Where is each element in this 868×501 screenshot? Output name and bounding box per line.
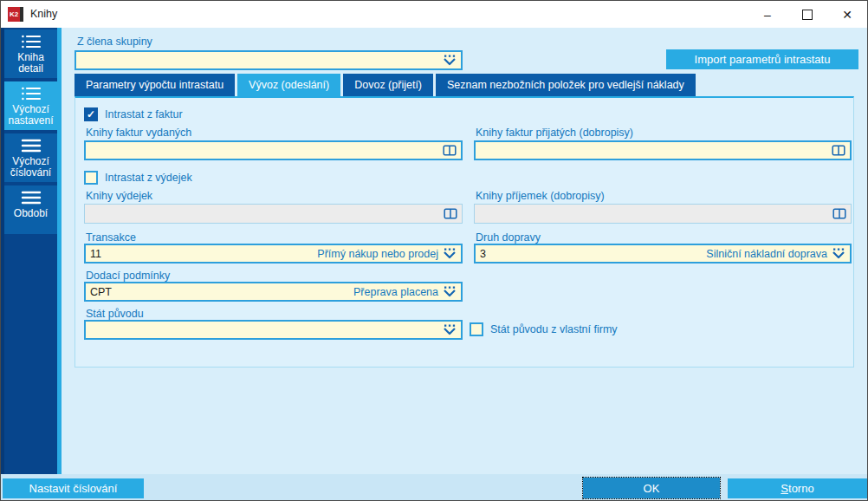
knihy-vydejek-field: [84, 204, 463, 224]
sidebar: Kniha detail Výchozí nastavení: [1, 28, 62, 474]
knihy-vydejek-label: Knihy výdejek: [86, 190, 152, 202]
sidebar-item-obdobi[interactable]: Období: [4, 185, 57, 234]
sidebar-item-vychozi-cislovani[interactable]: Výchozí číslování: [4, 133, 57, 182]
knihy-window: K2 Knihy – ✕ Kniha detail: [0, 0, 868, 501]
combo-dropdown-icon[interactable]: [443, 248, 457, 259]
intrastat-z-faktur-checkbox[interactable]: ✓: [84, 107, 98, 121]
knihy-prijemek-field: [474, 204, 852, 224]
sidebar-item-label: Období: [14, 207, 48, 219]
list-icon: [20, 86, 42, 101]
druh-dopravy-description: Silniční nákladní doprava: [706, 248, 827, 260]
druh-dopravy-label: Druh dopravy: [476, 231, 541, 244]
stat-puvodu-z-vlastni-firmy-label: Stát původu z vlastní firmy: [490, 323, 618, 335]
knihy-faktur-prijatych-field[interactable]: [474, 140, 852, 160]
storno-button[interactable]: Storno: [728, 478, 867, 498]
dodaci-podminky-combo[interactable]: CPT Přeprava placena: [84, 282, 463, 302]
maximize-icon: [802, 10, 813, 20]
tab-parametry-vypoctu-intrastatu[interactable]: Parametry výpočtu intrastatu: [74, 74, 235, 96]
dodaci-podminky-description: Přeprava placena: [353, 286, 438, 298]
list-icon: [20, 34, 42, 49]
storno-rest: torno: [788, 482, 814, 495]
combo-dropdown-icon[interactable]: [443, 55, 457, 66]
ok-button[interactable]: OK: [583, 478, 720, 498]
window-controls: – ✕: [748, 1, 867, 28]
transakce-description: Přímý nákup nebo prodej: [317, 248, 438, 260]
intrastat-z-vydejek-label: Intrastat z výdejek: [105, 172, 192, 184]
tab-bar: Parametry výpočtu intrastatu Vývoz (odes…: [74, 74, 696, 96]
tab-vyvoz-odeslani[interactable]: Vývoz (odeslání): [237, 74, 340, 96]
knihy-faktur-vydanych-field[interactable]: [84, 140, 463, 160]
group-field-label: Z člena skupiny: [77, 36, 152, 48]
tab-seznam-nezboznich-polozek[interactable]: Seznam nezbožních položek pro vedlejší n…: [436, 74, 696, 96]
combo-dropdown-icon[interactable]: [443, 324, 457, 335]
sidebar-item-label: Kniha detail: [17, 51, 44, 75]
maximize-button[interactable]: [787, 1, 827, 28]
sidebar-item-label: Výchozí nastavení: [8, 103, 53, 127]
footer-bar: Nastavit číslování OK Storno: [1, 474, 868, 501]
import-parametru-intrastatu-button[interactable]: Import parametrů intrastatu: [666, 49, 858, 69]
menu-icon: [20, 190, 42, 205]
window-title: Knihy: [30, 8, 57, 20]
druh-dopravy-combo[interactable]: 3 Silniční nákladní doprava: [474, 244, 852, 264]
storno-accelerator: S: [781, 482, 788, 495]
dodaci-podminky-code: CPT: [90, 286, 353, 298]
book-lookup-icon: [444, 208, 457, 219]
stat-puvodu-z-vlastni-firmy-checkbox[interactable]: [470, 322, 483, 336]
transakce-label: Transakce: [86, 231, 136, 244]
tab-dovoz-prijeti[interactable]: Dovoz (přijetí): [343, 74, 433, 96]
book-lookup-icon[interactable]: [832, 145, 845, 156]
nastavit-cislovani-button[interactable]: Nastavit číslování: [3, 478, 144, 498]
minimize-button[interactable]: –: [748, 1, 787, 28]
stat-puvodu-combo[interactable]: [84, 320, 463, 340]
sidebar-item-vychozi-nastaveni[interactable]: Výchozí nastavení: [4, 81, 57, 130]
transakce-combo[interactable]: 11 Přímý nákup nebo prodej: [84, 244, 463, 264]
dodaci-podminky-label: Dodací podmínky: [86, 270, 170, 282]
transakce-code: 11: [90, 248, 317, 260]
sidebar-item-label: Výchozí číslování: [10, 155, 51, 179]
knihy-prijemek-label: Knihy příjemek (dobropisy): [476, 190, 605, 202]
k2-app-icon: K2: [8, 7, 23, 22]
book-lookup-icon: [832, 208, 846, 219]
knihy-faktur-prijatych-label: Knihy faktur přijatých (dobropisy): [476, 127, 633, 139]
stat-puvodu-label: Stát původu: [86, 308, 144, 320]
book-lookup-icon[interactable]: [443, 145, 457, 156]
group-field-combo[interactable]: [74, 50, 463, 70]
close-button[interactable]: ✕: [827, 1, 867, 28]
tab-content-panel: ✓ Intrastat z faktur Knihy faktur vydaný…: [74, 96, 854, 368]
druh-dopravy-code: 3: [480, 248, 706, 260]
intrastat-z-faktur-label: Intrastat z faktur: [105, 108, 183, 120]
combo-dropdown-icon[interactable]: [832, 248, 845, 259]
titlebar: K2 Knihy – ✕: [1, 1, 867, 28]
check-icon: ✓: [87, 108, 95, 120]
combo-dropdown-icon[interactable]: [443, 286, 457, 297]
menu-icon: [20, 138, 42, 153]
intrastat-z-vydejek-checkbox[interactable]: [84, 171, 98, 185]
content-area: Z člena skupiny Import parametrů intrast…: [62, 28, 868, 474]
knihy-faktur-vydanych-label: Knihy faktur vydaných: [86, 127, 191, 139]
sidebar-item-kniha-detail[interactable]: Kniha detail: [4, 29, 57, 78]
